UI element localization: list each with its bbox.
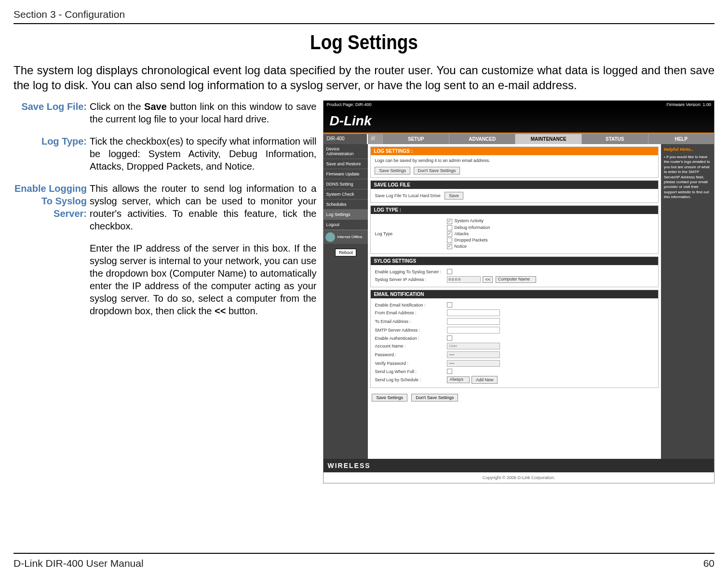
section-body: Enable Logging To Syslog Server : Syslog… [371, 265, 658, 287]
section-head: SYLOG SETTINGS [371, 257, 658, 265]
def-syslog: Enable Logging To Syslog Server: This al… [13, 182, 316, 327]
def-label: Enable Logging To Syslog Server: [13, 182, 90, 327]
checkbox[interactable] [447, 302, 452, 308]
brand-band: D-Link [324, 108, 714, 133]
def-save-log-file: Save Log File: Click on the Save button … [13, 100, 316, 125]
sidebar: Device AdministrationSave and RestoreFir… [324, 144, 368, 459]
def-body: Click on the Save button link on this wi… [90, 100, 316, 125]
syslog-ip-input[interactable]: 0.0.0.0 [447, 276, 481, 283]
syslog-ip-row: Syslog Server IP Address : 0.0.0.0 << Co… [375, 275, 654, 284]
form-row: To Email Address : [375, 317, 654, 326]
text-input[interactable]: •••• [447, 360, 500, 367]
sidebar-item[interactable]: Schedules [324, 200, 368, 210]
checkbox-label: Notice [454, 244, 467, 249]
definitions-column: Save Log File: Click on the Save button … [13, 100, 316, 336]
row-label: Syslog Server IP Address : [375, 277, 447, 282]
checkbox[interactable] [447, 219, 452, 224]
sidebar-item[interactable]: Save and Restore [324, 159, 368, 169]
def-body: Tick the checkbox(es) to specify what in… [90, 135, 316, 173]
hints-body: • If you would like to have the router's… [664, 155, 711, 200]
checkbox[interactable] [447, 269, 452, 274]
device-label: DIR-400 [324, 134, 368, 144]
computer-name-select[interactable]: Computer Name [496, 276, 536, 283]
sidebar-filler [324, 256, 368, 459]
log-type-options: System ActivityDebug InformationAttacksD… [447, 218, 490, 250]
checkbox[interactable] [447, 369, 452, 374]
checkbox-label: System Activity [454, 218, 484, 223]
text-input[interactable]: User [447, 343, 500, 349]
product-page-label: Product Page: DIR-400 [326, 102, 371, 107]
rs-body: Device AdministrationSave and RestoreFir… [324, 144, 714, 459]
sidebar-item[interactable]: Log Settings [324, 210, 368, 220]
section-body: Log Type System ActivityDebug Informatio… [371, 214, 658, 254]
section-body: Enable Email Notification :From Email Ad… [371, 298, 658, 388]
sidebar-item[interactable]: System Check [324, 189, 368, 200]
add-new-button[interactable]: Add New [472, 376, 498, 384]
checkbox[interactable] [447, 231, 452, 237]
row-label: Account Name : [375, 344, 447, 348]
row-label: Verify Password : [375, 361, 447, 366]
reboot-button[interactable]: Reboot [335, 249, 356, 256]
save-settings-button[interactable]: Save Settings [375, 167, 410, 174]
form-row: Password :•••• [375, 350, 654, 359]
bold-save: Save [144, 101, 167, 112]
tab-help[interactable]: HELP [648, 134, 715, 144]
log-type-row: Log Type System ActivityDebug Informatio… [375, 217, 654, 251]
firmware-version-label: Firmware Version: 1.00 [666, 102, 711, 107]
tab-setup[interactable]: SETUP [382, 134, 449, 144]
row-label: From Email Address : [375, 310, 447, 315]
footer-band: WIRELESS [324, 459, 714, 472]
row-label: Enable Authentication : [375, 336, 447, 341]
sidebar-item[interactable]: Logout [324, 220, 368, 230]
form-row: Account Name :User [375, 342, 654, 350]
form-row: SMTP Server Address : [375, 326, 654, 334]
checkbox[interactable] [447, 335, 452, 341]
sidebar-item[interactable]: Device Administration [324, 144, 368, 159]
para: Enter the IP address of the server in th… [90, 242, 316, 317]
tab-advanced[interactable]: ADVANCED [449, 134, 515, 144]
checkbox[interactable] [447, 225, 452, 230]
sidebar-item[interactable]: DDNS Setting [324, 179, 368, 189]
section-body: Logs can be saved by sending it to an ad… [371, 155, 658, 177]
text-input[interactable] [447, 309, 500, 316]
section-head: EMAIL NOTIFICATION [371, 290, 658, 298]
checkbox-label: Dropped Packets [454, 238, 487, 242]
main-tabs: SETUPADVANCEDMAINTENANCESTATUSHELP [382, 134, 714, 144]
save-button[interactable]: Save [445, 192, 463, 200]
copyright: Copyright © 2006 D-Link Corporation. [324, 472, 714, 483]
copy-ip-button[interactable]: << [483, 276, 493, 283]
section-log-settings: LOG SETTINGS : Logs can be saved by send… [370, 147, 659, 178]
schedule-select[interactable]: Always [447, 376, 470, 383]
router-screenshot: Product Page: DIR-400 Firmware Version: … [323, 100, 715, 483]
def-body: This allows the router to send log infor… [90, 182, 316, 327]
tab-maintenance[interactable]: MAINTENANCE [515, 134, 581, 144]
bottom-buttons: Save Settings Don't Save Settings [368, 390, 661, 406]
row-label: SMTP Server Address : [375, 328, 447, 333]
text-input[interactable]: •••• [447, 351, 500, 358]
dont-save-settings-button[interactable]: Don't Save Settings [411, 394, 458, 401]
rs-topbar: Product Page: DIR-400 Firmware Version: … [324, 101, 714, 108]
text: Click on the [90, 101, 144, 112]
top-rule [13, 23, 715, 24]
row-label: To Email Address : [375, 319, 447, 324]
save-settings-button[interactable]: Save Settings [372, 394, 407, 401]
checkbox[interactable] [447, 238, 452, 243]
checkbox-label: Debug Information [454, 225, 490, 230]
content-row: Save Log File: Click on the Save button … [13, 100, 715, 483]
bold-ltlt: << [215, 306, 226, 316]
page-title: Log Settings [55, 31, 673, 54]
text-input[interactable] [447, 318, 500, 325]
def-log-type: Log Type: Tick the checkbox(es) to speci… [13, 135, 316, 173]
section-header: Section 3 - Configuration [13, 9, 715, 20]
nav-row: DIR-400 /// SETUPADVANCEDMAINTENANCESTAT… [324, 134, 714, 144]
text-input[interactable] [447, 327, 500, 334]
section-email: EMAIL NOTIFICATION Enable Email Notifica… [370, 290, 659, 388]
def-label: Log Type: [13, 135, 90, 173]
tab-status[interactable]: STATUS [581, 134, 648, 144]
def-label: Save Log File: [13, 100, 90, 125]
dont-save-settings-button[interactable]: Don't Save Settings [414, 167, 460, 174]
checkbox[interactable] [447, 244, 452, 249]
footer-left: D-Link DIR-400 User Manual [13, 558, 144, 569]
sidebar-item[interactable]: Firmware Update [324, 169, 368, 179]
form-row: From Email Address : [375, 308, 654, 317]
